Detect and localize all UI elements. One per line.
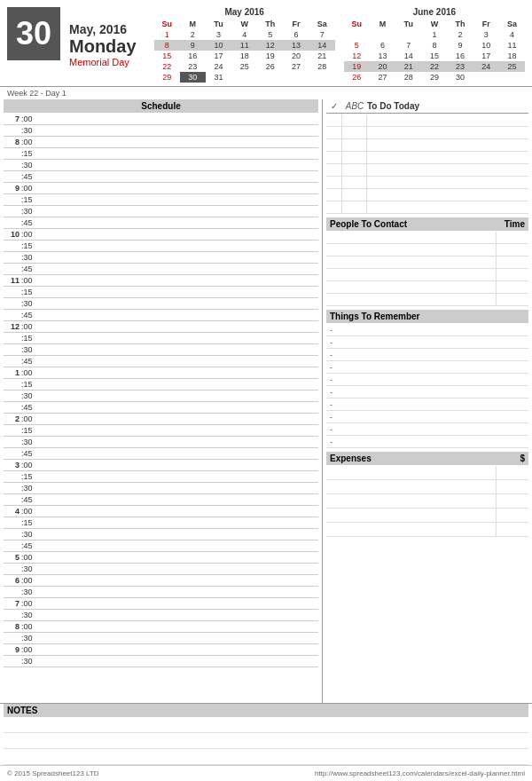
schedule-row: :15 (4, 517, 318, 529)
may-cell: 12 (257, 40, 283, 51)
schedule-row: 2:00 (4, 414, 318, 425)
expenses-header: Expenses $ (326, 452, 528, 465)
holiday: Memorial Day (69, 57, 137, 67)
schedule-row: :30 (4, 564, 318, 575)
hour-label: 3 (4, 461, 21, 469)
todo-header: ✓ ABC To Do Today (326, 99, 528, 114)
expenses-amount-label: $ (520, 454, 525, 463)
may-cell: 22 (154, 61, 180, 72)
june-cell: 1 (421, 29, 447, 40)
june-cell: 16 (447, 51, 473, 61)
min-label: :15 (21, 241, 43, 250)
schedule-row: :30 (4, 390, 318, 402)
hour-label: 7 (4, 114, 21, 123)
schedule-row: :30 (4, 125, 318, 137)
may-cell: 17 (206, 51, 231, 61)
remember-row: - (326, 398, 528, 411)
june-cell: 17 (473, 51, 499, 61)
hour-label: 5 (4, 553, 21, 562)
may-cal-title: May 2016 (154, 7, 335, 17)
min-label: :15 (21, 518, 43, 527)
june-cell: 13 (370, 51, 395, 61)
remember-row: - (326, 423, 528, 436)
may-cell: 24 (206, 61, 231, 72)
hour-label: 9 (4, 184, 21, 193)
month-year: May, 2016 (69, 22, 137, 36)
expenses-title: Expenses (330, 454, 372, 463)
notes-section: NOTES (0, 703, 532, 765)
day-name: Monday (69, 36, 137, 57)
min-label: :00 (21, 230, 43, 239)
may-cell: 31 (206, 72, 231, 83)
min-label: :30 (21, 345, 43, 354)
min-label: :15 (21, 380, 43, 389)
min-label: :00 (21, 507, 43, 516)
may-cell: 7 (309, 29, 335, 40)
min-label: :00 (21, 114, 43, 123)
june-cell: 14 (395, 51, 421, 61)
hour-label: 8 (4, 622, 21, 631)
min-label: :00 (21, 461, 43, 469)
may-cell: 10 (206, 40, 231, 51)
schedule-row: :45 (4, 356, 318, 367)
todo-row (326, 152, 528, 164)
may-cal-table: Su M Tu W Th Fr Sa 1 2 3 (154, 19, 335, 83)
may-cell (283, 72, 309, 83)
min-label: :30 (21, 530, 43, 539)
contact-row (326, 232, 528, 244)
schedule-row: :30 (4, 610, 318, 621)
min-label: :45 (21, 495, 43, 504)
june-cell: 28 (395, 72, 421, 83)
contacts-title: People To Contact (330, 219, 407, 229)
may-cell: 15 (154, 51, 180, 61)
contact-row (326, 269, 528, 281)
may-cell-today: 30 (180, 72, 206, 83)
min-label: :30 (21, 657, 43, 666)
may-cell: 1 (154, 29, 180, 40)
hour-label: 4 (4, 507, 21, 516)
june-cell: 19 (344, 61, 370, 72)
may-col-su: Su (154, 19, 180, 29)
june-cell: 25 (499, 61, 525, 72)
schedule-row: 9:00 (4, 183, 318, 194)
june-col-sa: Sa (499, 19, 525, 29)
june-cell: 18 (499, 51, 525, 61)
min-label: :00 (21, 184, 43, 193)
schedule-row: :15 (4, 148, 318, 160)
hour-label: 11 (4, 276, 21, 285)
contacts-header: People To Contact Time (326, 217, 528, 231)
schedule-row: :30 (4, 344, 318, 356)
may-week-4: 22 23 24 25 26 27 28 (154, 61, 335, 72)
may-cell: 18 (231, 51, 257, 61)
may-cell: 11 (231, 40, 257, 51)
june-cell (395, 29, 421, 40)
min-label: :30 (21, 161, 43, 170)
notes-row (4, 733, 528, 749)
june-col-w: W (421, 19, 447, 29)
todo-row (326, 114, 528, 127)
june-cell: 2 (447, 29, 473, 40)
hour-label: 8 (4, 138, 21, 146)
schedule-row: 6:00 (4, 575, 318, 587)
may-week-1: 1 2 3 4 5 6 7 (154, 29, 335, 40)
day-info: May, 2016 Monday Memorial Day (69, 7, 137, 83)
hour-label: 12 (4, 322, 21, 331)
may-cell: 13 (283, 40, 309, 51)
may-col-sa: Sa (309, 19, 335, 29)
min-label: :45 (21, 449, 43, 458)
remember-row: - (326, 324, 528, 336)
min-label: :00 (21, 599, 43, 608)
contact-row (326, 244, 528, 256)
date-number: 30 (7, 7, 60, 60)
june-cell: 7 (395, 40, 421, 51)
schedule-row: :15 (4, 287, 318, 298)
expense-row (326, 494, 528, 509)
june-calendar: June 2016 Su M Tu W Th Fr Sa (344, 7, 525, 83)
june-cell: 4 (499, 29, 525, 40)
may-cell: 3 (206, 29, 231, 40)
schedule-row: :30 (4, 529, 318, 540)
todo-row (326, 177, 528, 189)
june-col-su: Su (344, 19, 370, 29)
may-col-fr: Fr (283, 19, 309, 29)
min-label: :30 (21, 253, 43, 262)
